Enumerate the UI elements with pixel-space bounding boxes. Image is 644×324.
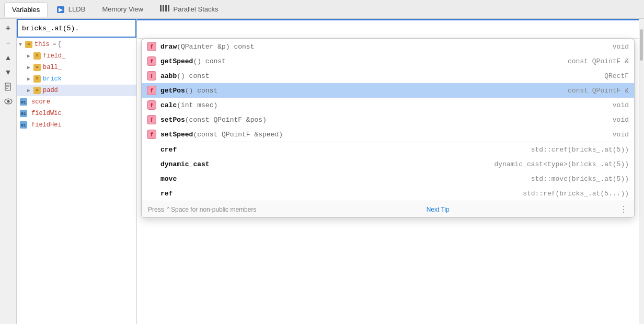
var-value-this: { xyxy=(58,41,61,48)
var-row-score[interactable]: 01 score xyxy=(17,96,136,108)
ac-name-draw: draw xyxy=(160,43,177,51)
ac-name-move: move xyxy=(160,175,177,183)
remove-watch-button[interactable]: − xyxy=(2,37,15,49)
ac-badge-setpos: f xyxy=(147,115,156,124)
scrollbar-thumb[interactable] xyxy=(640,29,643,61)
var-row-ball[interactable]: ▶ ≡ ball_ xyxy=(17,62,136,73)
tab-parallel-stacks[interactable]: Parallel Stacks xyxy=(153,2,226,16)
ac-return-ref: std::ref(bricks_.at(5...)) xyxy=(512,190,629,198)
ac-item-calc[interactable]: f calc (int msec) void xyxy=(142,98,634,112)
scroll-up-button[interactable]: ▲ xyxy=(2,51,15,64)
svg-point-5 xyxy=(7,100,9,103)
ac-args-setpos: (const QPointF &pos) xyxy=(185,116,267,124)
ac-return-dynamic-cast: dynamic_cast<type>(bricks_.at(5)) xyxy=(484,160,629,168)
ac-item-ref[interactable]: ref std::ref(bricks_.at(5...)) xyxy=(142,186,634,201)
var-row-this[interactable]: ▼ ≡ this = { xyxy=(17,39,136,50)
var-name-field: field_ xyxy=(43,52,65,60)
ac-badge-calc: f xyxy=(147,100,156,110)
var-icon-fieldhei: 01 xyxy=(20,121,27,129)
ac-badge-draw: f xyxy=(147,42,156,51)
tab-variables-label: Variables xyxy=(12,6,40,14)
var-icon-paddle: ≡ xyxy=(33,87,41,94)
ac-return-move: std::move(bricks_.at(5)) xyxy=(521,175,629,183)
ac-name-ref: ref xyxy=(160,190,172,198)
eye-button[interactable] xyxy=(2,95,15,108)
var-name-fieldhei: fieldHei xyxy=(31,121,62,129)
ac-args-calc: (int msec) xyxy=(177,101,217,109)
ac-name-dynamic-cast: dynamic_cast xyxy=(160,160,210,168)
var-name-fieldwic: fieldWic xyxy=(31,110,62,117)
main-content: + − ▲ ▼ ▼ ≡ xyxy=(0,19,644,324)
scrollbar[interactable] xyxy=(639,19,644,324)
ac-item-aabb[interactable]: f aabb () const QRectF xyxy=(142,68,634,83)
next-tip-link[interactable]: Next Tip xyxy=(427,206,450,213)
ac-more-options[interactable]: ⋮ xyxy=(619,204,628,214)
tab-memory-view[interactable]: Memory View xyxy=(95,2,151,16)
tab-memory-view-label: Memory View xyxy=(102,5,143,13)
ac-return-getpos: const QPointF & xyxy=(557,87,629,95)
var-arrow-bricks: ▶ xyxy=(27,76,33,82)
var-eq-this: = xyxy=(53,41,56,48)
var-icon-fieldwic: 01 xyxy=(20,110,27,117)
var-name-paddle: padd xyxy=(43,87,58,94)
add-watch-button[interactable]: + xyxy=(2,22,15,34)
var-arrow-ball: ▶ xyxy=(27,64,33,71)
ac-name-calc: calc xyxy=(160,101,177,109)
expression-input[interactable] xyxy=(18,22,135,34)
ac-item-dynamic-cast[interactable]: dynamic_cast dynamic_cast<type>(bricks_.… xyxy=(142,157,634,171)
ac-item-getpos[interactable]: f getPos () const const QPointF & xyxy=(142,83,634,98)
tab-lldb-label: LLDB xyxy=(68,5,86,13)
var-icon-bricks: ≡ xyxy=(33,75,41,83)
var-row-fieldwic[interactable]: 01 fieldWic xyxy=(17,108,136,119)
ac-return-draw: void xyxy=(602,43,629,51)
ac-return-setspeed: void xyxy=(602,131,629,138)
ac-args-draw: (QPainter &p) const xyxy=(177,43,254,51)
right-panel: f draw (QPainter &p) const void f getSpe… xyxy=(137,19,639,324)
ac-item-getspeed[interactable]: f getSpeed () const const QPointF & xyxy=(142,54,634,68)
var-row-field[interactable]: ▶ ≡ field_ xyxy=(17,50,136,62)
ac-return-setpos: void xyxy=(602,116,629,124)
ac-name-setspeed: setSpeed xyxy=(160,131,193,138)
ac-badge-setspeed: f xyxy=(147,130,156,139)
var-icon-field: ≡ xyxy=(33,52,41,60)
ac-return-calc: void xyxy=(602,101,629,109)
document-button[interactable] xyxy=(2,80,15,93)
tab-bar: Variables ▶ LLDB Memory View Parallel St… xyxy=(0,0,644,19)
var-row-fieldhei[interactable]: 01 fieldHei xyxy=(17,119,136,131)
ac-args-getpos: () const xyxy=(185,87,217,95)
ac-args-aabb: () const xyxy=(177,72,209,80)
ac-item-setpos[interactable]: f setPos (const QPointF &pos) void xyxy=(142,112,634,127)
ac-name-aabb: aabb xyxy=(160,72,177,80)
var-row-paddle[interactable]: ▶ ≡ padd xyxy=(17,85,136,96)
var-arrow-paddle: ▶ xyxy=(27,87,33,94)
ac-name-getspeed: getSpeed xyxy=(160,57,193,65)
ac-item-setspeed[interactable]: f setSpeed (const QPointF &speed) void xyxy=(142,127,634,142)
ac-return-cref: std::cref(bricks_.at(5)) xyxy=(521,146,629,154)
tab-variables[interactable]: Variables xyxy=(4,2,48,17)
var-icon-score: 01 xyxy=(20,98,27,106)
ac-hint-text: Press ⌃Space for non-public members xyxy=(148,206,256,213)
scroll-down-button[interactable]: ▼ xyxy=(2,66,15,78)
ac-item-cref[interactable]: cref std::cref(bricks_.at(5)) xyxy=(142,142,634,157)
var-row-bricks[interactable]: ▶ ≡ brick xyxy=(17,73,136,85)
ac-return-aabb: QRectF xyxy=(594,72,629,80)
tab-lldb[interactable]: ▶ LLDB xyxy=(50,2,93,16)
autocomplete-dropdown: f draw (QPainter &p) const void f getSpe… xyxy=(141,39,635,218)
var-name-bricks: brick xyxy=(43,75,62,83)
parallel-icon xyxy=(160,5,169,11)
left-sidebar: + − ▲ ▼ xyxy=(0,19,17,324)
var-name-score: score xyxy=(31,98,50,106)
lldb-icon: ▶ xyxy=(57,6,64,13)
ac-name-setpos: setPos xyxy=(160,116,185,124)
ac-item-move[interactable]: move std::move(bricks_.at(5)) xyxy=(142,171,634,186)
ac-name-getpos: getPos xyxy=(160,87,185,95)
var-arrow-this: ▼ xyxy=(19,42,25,48)
variable-tree: ▼ ≡ this = { ▶ ≡ field_ ▶ ≡ ball_ xyxy=(17,38,136,324)
var-icon-this: ≡ xyxy=(25,41,32,48)
var-name-ball: ball_ xyxy=(43,64,62,71)
ac-item-draw[interactable]: f draw (QPainter &p) const void xyxy=(142,39,634,54)
top-bar xyxy=(137,19,639,39)
ac-return-getspeed: const QPointF & xyxy=(557,57,629,65)
ac-badge-getpos: f xyxy=(147,86,156,95)
var-icon-ball: ≡ xyxy=(33,64,41,71)
